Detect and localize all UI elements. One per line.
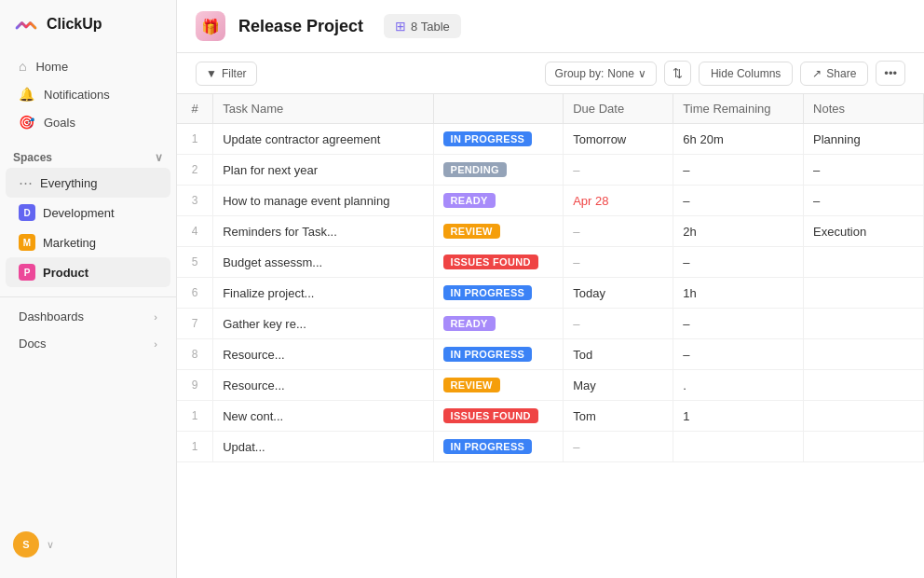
table-row[interactable]: 9 Resource... REVIEW May . — [177, 370, 924, 401]
col-notes: Notes — [804, 94, 924, 124]
cell-task-name: Resource... — [213, 370, 433, 401]
cell-task-name: Update contractor agreement — [213, 124, 433, 155]
sidebar-item-marketing[interactable]: M Marketing — [6, 227, 170, 257]
home-icon: ⌂ — [19, 59, 26, 74]
cell-time-remaining: – — [673, 155, 804, 186]
top-header: 🎁 Release Project ⊞ 8 Table — [177, 0, 924, 53]
cell-due-date: Tom — [564, 401, 673, 432]
sidebar-item-goals[interactable]: 🎯 Goals — [6, 108, 170, 136]
sidebar-item-home[interactable]: ⌂ Home — [6, 52, 170, 80]
cell-number: 5 — [177, 247, 213, 278]
cell-number: 1 — [177, 432, 213, 462]
col-task-name: Task Name — [213, 94, 433, 124]
col-time-remaining: Time Remaining — [673, 94, 804, 124]
sidebar-item-product[interactable]: P Product — [6, 257, 170, 287]
sidebar-item-dashboards[interactable]: Dashboards › — [6, 303, 170, 330]
hide-columns-button[interactable]: Hide Columns — [699, 62, 793, 86]
cell-due-date: – — [564, 155, 673, 186]
docs-chevron-icon: › — [154, 338, 157, 350]
cell-status: READY — [433, 186, 564, 216]
cell-due-date: Apr 28 — [564, 186, 673, 216]
cell-notes: Execution — [804, 216, 924, 247]
table-row[interactable]: 8 Resource... IN PROGRESS Tod – — [177, 339, 924, 370]
table-tab-icon: ⊞ — [395, 19, 406, 34]
table-row[interactable]: 1 Update contractor agreement IN PROGRES… — [177, 124, 924, 155]
cell-time-remaining: . — [673, 370, 804, 401]
project-title: Release Project — [238, 17, 363, 36]
table-row[interactable]: 6 Finalize project... IN PROGRESS Today … — [177, 278, 924, 309]
sort-button[interactable]: ⇅ — [664, 61, 691, 86]
avatar-area: S ∨ — [0, 522, 176, 567]
sidebar-item-everything[interactable]: ⋯ Everything — [6, 168, 170, 198]
sidebar-item-development[interactable]: D Development — [6, 198, 170, 227]
toolbar-right: Group by: None ∨ ⇅ Hide Columns ↗ Share … — [545, 61, 905, 86]
table-row[interactable]: 1 New cont... ISSUES FOUND Tom 1 — [177, 401, 924, 432]
cell-time-remaining — [673, 432, 804, 462]
cell-notes: Planning — [804, 124, 924, 155]
table-row[interactable]: 7 Gather key re... READY – – — [177, 309, 924, 339]
sidebar-item-product-label: Product — [43, 266, 88, 280]
filter-icon: ▼ — [206, 67, 217, 80]
cell-due-date: May — [564, 370, 673, 401]
table-row[interactable]: 2 Plan for next year PENDING – – – — [177, 155, 924, 186]
dashboards-chevron-icon: › — [154, 311, 157, 323]
toolbar-left: ▼ Filter — [196, 62, 257, 86]
cell-notes — [804, 432, 924, 462]
cell-time-remaining: 1 — [673, 401, 804, 432]
cell-notes: – — [804, 186, 924, 216]
task-table-container: # Task Name Due Date Time Remaining Note… — [177, 94, 924, 578]
sidebar-item-home-label: Home — [35, 60, 68, 74]
spaces-collapse-icon[interactable]: ∨ — [155, 151, 163, 164]
avatar[interactable]: S — [13, 531, 39, 557]
development-dot: D — [19, 204, 35, 221]
cell-task-name: Reminders for Task... — [213, 216, 433, 247]
product-dot: P — [19, 264, 35, 281]
cell-due-date: Tod — [564, 339, 673, 370]
cell-time-remaining: – — [673, 339, 804, 370]
filter-button[interactable]: ▼ Filter — [196, 62, 257, 86]
cell-due-date: – — [564, 216, 673, 247]
cell-number: 1 — [177, 124, 213, 155]
share-button[interactable]: ↗ Share — [800, 62, 868, 86]
cell-number: 7 — [177, 309, 213, 339]
more-options-button[interactable]: ••• — [876, 61, 905, 86]
sidebar: ClickUp ⌂ Home 🔔 Notifications 🎯 Goals S… — [0, 0, 177, 578]
logo-text: ClickUp — [47, 16, 102, 33]
sidebar-item-notifications[interactable]: 🔔 Notifications — [6, 80, 170, 108]
table-row[interactable]: 4 Reminders for Task... REVIEW – 2h Exec… — [177, 216, 924, 247]
cell-status: READY — [433, 309, 564, 339]
sidebar-item-notifications-label: Notifications — [44, 88, 110, 102]
logo-area: ClickUp — [0, 11, 176, 52]
cell-task-name: New cont... — [213, 401, 433, 432]
spaces-label: Spaces — [13, 151, 52, 164]
table-tab[interactable]: ⊞ 8 Table — [384, 14, 461, 38]
cell-task-name: Finalize project... — [213, 278, 433, 309]
cell-time-remaining: 2h — [673, 216, 804, 247]
sidebar-item-marketing-label: Marketing — [43, 236, 96, 250]
table-body: 1 Update contractor agreement IN PROGRES… — [177, 124, 924, 462]
cell-due-date: – — [564, 247, 673, 278]
cell-status: IN PROGRESS — [433, 432, 564, 462]
cell-due-date: – — [564, 432, 673, 462]
cell-number: 3 — [177, 186, 213, 216]
spaces-section-header: Spaces ∨ — [0, 142, 176, 168]
cell-task-name: Gather key re... — [213, 309, 433, 339]
cell-task-name: Updat... — [213, 432, 433, 462]
cell-task-name: Plan for next year — [213, 155, 433, 186]
cell-notes — [804, 278, 924, 309]
cell-task-name: Budget assessm... — [213, 247, 433, 278]
cell-notes — [804, 370, 924, 401]
table-row[interactable]: 5 Budget assessm... ISSUES FOUND – – — [177, 247, 924, 278]
cell-notes — [804, 339, 924, 370]
col-status — [433, 94, 564, 124]
group-by-selector[interactable]: Group by: None ∨ — [545, 62, 657, 86]
sidebar-item-docs[interactable]: Docs › — [6, 330, 170, 357]
goals-icon: 🎯 — [19, 115, 34, 130]
cell-time-remaining: 1h — [673, 278, 804, 309]
cell-due-date: Today — [564, 278, 673, 309]
cell-due-date: – — [564, 309, 673, 339]
sidebar-item-goals-label: Goals — [44, 116, 75, 130]
table-tab-label: 8 Table — [411, 20, 450, 34]
table-row[interactable]: 1 Updat... IN PROGRESS – — [177, 432, 924, 462]
table-row[interactable]: 3 How to manage event planning READY Apr… — [177, 186, 924, 216]
